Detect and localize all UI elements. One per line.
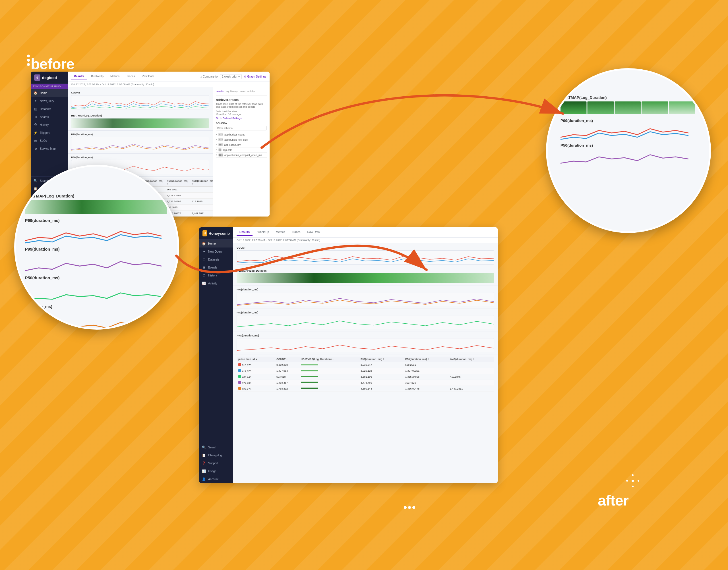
changelog-icon-after: 📋 bbox=[202, 453, 206, 457]
top-nav: Results BubbleUp Metrics Traces Raw Data… bbox=[68, 72, 269, 82]
dataset-title: retriever-traces bbox=[216, 98, 267, 101]
schema-item-3: + abc app.cache.key bbox=[216, 142, 267, 148]
sidebar-label-history: History bbox=[40, 123, 49, 126]
sidebar-after-item-datasets[interactable]: ◫ Datasets bbox=[199, 255, 233, 263]
sidebar-after-item-account[interactable]: 👤 Account bbox=[199, 475, 233, 483]
sidebar-after-item-activity[interactable]: 📈 Activity bbox=[199, 279, 233, 287]
schema-field-name-5: app.columns_compact_open_ms bbox=[224, 154, 262, 157]
tab-bubbleup[interactable]: BubbleUp bbox=[88, 73, 106, 80]
p50-chart-after bbox=[236, 315, 494, 329]
sidebar-after-item-search[interactable]: 🔍 Search bbox=[199, 443, 233, 451]
tab-raw-data-after[interactable]: Raw Data bbox=[304, 229, 323, 236]
sidebar-after-item-changelog[interactable]: 📋 Changelog bbox=[199, 451, 233, 459]
logo-icon-after: H bbox=[202, 230, 207, 236]
after-label-support: Support bbox=[208, 462, 218, 465]
time-period-select[interactable]: 1 week prior ▾ bbox=[220, 74, 241, 79]
heatmap-chart bbox=[71, 118, 209, 128]
sidebar-item-service-map[interactable]: ⊕ Service Map bbox=[31, 145, 68, 153]
screenshot-after: H Honeycomb 🏠 Home ✦ New Query ◫ Dataset… bbox=[199, 227, 498, 483]
tab-bubbleup-after[interactable]: BubbleUp bbox=[254, 229, 272, 236]
schema-item-2: + 123 app.bundle_file_size bbox=[216, 137, 267, 142]
tab-results[interactable]: Results bbox=[71, 73, 87, 80]
p50-label-after: P50(duration_ms) bbox=[236, 311, 494, 314]
activity-icon-after: 📈 bbox=[202, 281, 206, 285]
tab-results-after[interactable]: Results bbox=[236, 229, 252, 236]
results-table-after: pulse_hub_id ▲ COUNT ÷ HEATMAP(Log_Durat… bbox=[236, 357, 494, 392]
sidebar-item-history[interactable]: ⏱ History bbox=[31, 121, 68, 129]
tab-raw-data[interactable]: Raw Data bbox=[139, 73, 157, 80]
sidebar-item-triggers[interactable]: ⚡ Triggers bbox=[31, 129, 68, 137]
svg-point-1 bbox=[626, 480, 628, 482]
tab-metrics[interactable]: Metrics bbox=[108, 73, 122, 80]
home-icon-after: 🏠 bbox=[202, 242, 206, 246]
tab-my-history[interactable]: My history bbox=[226, 90, 238, 94]
graph-settings[interactable]: ⚙ Graph Settings bbox=[244, 75, 266, 78]
table-row: 436,449 503,618 3,381,196 1,335.24806 41… bbox=[236, 374, 494, 380]
boards-icon: ⊞ bbox=[33, 115, 37, 119]
time-range-after: Oct 12 2022, 2:07:08 AM – Oct 19 2022, 2… bbox=[233, 238, 498, 243]
details-tabs: Details My history Team activity bbox=[216, 90, 267, 96]
svg-rect-12 bbox=[301, 376, 318, 377]
col-header-avg[interactable]: AVG(duration_ms) ÷ bbox=[190, 179, 213, 187]
tab-traces-after[interactable]: Traces bbox=[289, 229, 303, 236]
charts-area-after: COUNT HEATMAP(Log_Duration) P99(duration… bbox=[233, 243, 498, 483]
after-col-p50[interactable]: P50(duration_ms) ÷ bbox=[403, 357, 448, 362]
sidebar-after-item-home[interactable]: 🏠 Home bbox=[199, 240, 233, 248]
schema-filter-input[interactable] bbox=[216, 126, 267, 130]
home-icon: 🏠 bbox=[33, 91, 37, 95]
count-chart-section: COUNT bbox=[68, 89, 213, 112]
dots-decoration-after bbox=[404, 506, 415, 509]
tab-traces[interactable]: Traces bbox=[124, 73, 138, 80]
table-row: 827,778 1,768,892 4,390,144 1,366.90478 … bbox=[236, 386, 494, 392]
sidebar-after-item-boards[interactable]: ⊞ Boards bbox=[199, 263, 233, 271]
after-col-count[interactable]: COUNT ÷ bbox=[275, 357, 299, 362]
sidebar-after-item-usage[interactable]: 📊 Usage bbox=[199, 467, 233, 475]
sidebar-item-boards[interactable]: ⊞ Boards bbox=[31, 113, 68, 121]
after-label-datasets: Datasets bbox=[208, 258, 219, 261]
after-label-history: History bbox=[208, 274, 217, 277]
sidebar-label-new-query: New Query bbox=[40, 99, 54, 102]
table-row: 414,826 1,477,954 3,226,128 1,327.92201 bbox=[236, 368, 494, 374]
svg-point-3 bbox=[632, 474, 633, 476]
p99-chart-after bbox=[236, 292, 494, 306]
nav-right: ◻ Compare to 1 week prior ▾ ⚙ Graph Sett… bbox=[200, 74, 266, 79]
support-icon-after: ❓ bbox=[202, 461, 206, 465]
schema-type-icon-5: 123 bbox=[218, 154, 223, 157]
tab-team-activity[interactable]: Team activity bbox=[240, 90, 255, 94]
schema-expand-icon-3: + bbox=[216, 144, 217, 146]
dataset-description: Trace-level data of the retriever read p… bbox=[216, 102, 267, 108]
sidebar-item-slos[interactable]: ◎ SLOs bbox=[31, 137, 68, 145]
time-range-bar: Oct 12 2022, 2:07:08 AM - Oct 19 2022, 2… bbox=[68, 82, 269, 87]
after-col-p99[interactable]: P99(duration_ms) ÷ bbox=[359, 357, 403, 362]
sidebar-label-home: Home bbox=[40, 91, 47, 95]
svg-rect-14 bbox=[301, 387, 318, 389]
after-col-id[interactable]: pulse_hub_id ▲ bbox=[236, 357, 275, 362]
sidebar-after-item-support[interactable]: ❓ Support bbox=[199, 459, 233, 467]
after-col-heatmap[interactable]: HEATMAP(Log_Duration) ÷ bbox=[299, 357, 359, 362]
sidebar-after-bottom: 🔍 Search 📋 Changelog ❓ Support 📊 Usage 👤 bbox=[199, 443, 233, 483]
sidebar-after-item-new-query[interactable]: ✦ New Query bbox=[199, 248, 233, 255]
sidebar-item-home[interactable]: 🏠 Home bbox=[31, 89, 68, 97]
schema-type-icon-2: 123 bbox=[218, 138, 223, 141]
history-icon-after: ⏱ bbox=[202, 273, 206, 277]
svg-point-4 bbox=[632, 486, 633, 487]
compare-label: ◻ Compare to bbox=[200, 75, 217, 78]
data-table-after-container: pulse_hub_id ▲ COUNT ÷ HEATMAP(Log_Durat… bbox=[233, 355, 498, 393]
sidebar-after-item-history[interactable]: ⏱ History bbox=[199, 271, 233, 279]
after-label-search: Search bbox=[208, 446, 217, 449]
dataset-settings-link[interactable]: Go to Dataset Settings bbox=[216, 117, 267, 119]
top-nav-after: Results BubbleUp Metrics Traces Raw Data bbox=[233, 227, 498, 238]
data-received: Data Last ReceivedMore than 10 min ago bbox=[216, 110, 267, 116]
history-icon: ⏱ bbox=[33, 123, 37, 127]
usage-icon-after: 📊 bbox=[202, 469, 206, 473]
table-row: 815,373 8,319,298 3,936,547 568 2011 bbox=[236, 362, 494, 368]
tab-details[interactable]: Details bbox=[216, 90, 224, 94]
sidebar-item-datasets[interactable]: ◫ Datasets bbox=[31, 105, 68, 113]
tab-metrics-after[interactable]: Metrics bbox=[273, 229, 288, 236]
sidebar-item-new-query[interactable]: ✦ New Query bbox=[31, 97, 68, 105]
p99-chart bbox=[71, 137, 209, 151]
schema-expand-icon-5: + bbox=[216, 154, 217, 156]
after-col-avg[interactable]: AVG(duration_ms) ÷ bbox=[448, 357, 494, 362]
avg-section-after: AVG(duration_ms) bbox=[233, 332, 498, 355]
after-label-new-query: New Query bbox=[208, 250, 222, 253]
